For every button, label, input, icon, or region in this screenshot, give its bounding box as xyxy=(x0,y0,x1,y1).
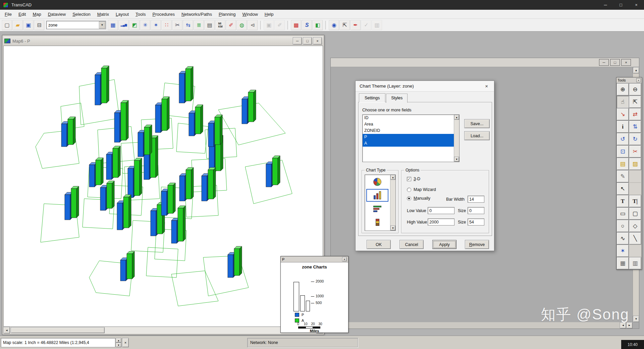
zoom-in-tool[interactable]: ⊕ xyxy=(616,83,629,96)
chart-type-list[interactable]: ▲ ▼ xyxy=(365,174,396,231)
high-size-field[interactable] xyxy=(468,218,484,226)
text-cursor-tool[interactable]: T| xyxy=(629,195,641,207)
minimize-icon[interactable]: ─ xyxy=(293,37,302,45)
map-wizard-radio[interactable] xyxy=(407,188,411,192)
menu-networks-paths[interactable]: Networks/Paths xyxy=(178,10,215,18)
chart-type-hbar[interactable] xyxy=(366,202,388,215)
low-value-field[interactable] xyxy=(428,207,454,214)
save-button[interactable]: Save... xyxy=(464,119,490,128)
menu-dataview[interactable]: Dataview xyxy=(45,10,69,18)
map-horizontal-scrollbar[interactable]: ◄ ► xyxy=(3,327,323,334)
overlay-button[interactable]: ◩ xyxy=(129,20,140,30)
maximize-icon[interactable]: □ xyxy=(303,37,312,45)
scroll-down-icon[interactable]: ▼ xyxy=(454,157,459,162)
circle-tool[interactable]: ○ xyxy=(616,220,629,232)
scrollbar-thumb[interactable] xyxy=(11,327,105,333)
field-option-zoneid[interactable]: ZONEID xyxy=(363,128,454,134)
menu-planning[interactable]: Planning xyxy=(215,10,239,18)
chart-type-bar[interactable] xyxy=(366,189,388,202)
network-edit-button[interactable]: ✂ xyxy=(172,20,182,30)
pointer-grid-button[interactable]: ⇱ xyxy=(340,20,350,30)
chart-type-vbar[interactable] xyxy=(366,216,388,229)
dataview-button[interactable]: ▦ xyxy=(108,20,118,30)
pen-tool[interactable]: ✎ xyxy=(616,170,629,183)
chart-type-pie[interactable] xyxy=(366,176,388,188)
new-file-button[interactable]: ▢ xyxy=(2,20,12,30)
grid-tool[interactable]: ▦ xyxy=(616,257,629,269)
theme-bars-tool[interactable]: ▤ xyxy=(616,158,629,170)
tools-palette-titlebar[interactable]: Tools × xyxy=(616,78,642,83)
menu-help[interactable]: Help xyxy=(261,10,277,18)
menu-selection[interactable]: Selection xyxy=(69,10,94,18)
rectangle-tool[interactable]: ▭ xyxy=(616,207,629,220)
select-pointer-tool[interactable]: ↖ xyxy=(616,183,629,195)
apply-button[interactable]: Apply xyxy=(432,240,457,249)
close-icon[interactable]: × xyxy=(483,83,490,90)
field-option-area[interactable]: Area xyxy=(363,121,454,128)
menu-map[interactable]: Map xyxy=(29,10,44,18)
freehand-tool[interactable]: ∿ xyxy=(616,232,629,245)
tab-styles[interactable]: Styles xyxy=(386,94,408,103)
menu-matrix[interactable]: Matrix xyxy=(94,10,112,18)
close-icon[interactable]: × xyxy=(342,257,347,261)
scroll-down-icon[interactable]: ▼ xyxy=(633,316,639,322)
globe-chart-button[interactable]: ◉ xyxy=(329,20,339,30)
dropdown-icon[interactable]: ▼ xyxy=(99,21,105,29)
route-s-button[interactable]: S xyxy=(302,20,312,30)
manually-radio[interactable] xyxy=(407,196,411,201)
field-option-a[interactable]: A xyxy=(363,140,454,147)
layer-select[interactable]: zone▼ xyxy=(46,21,106,29)
rotate-cw-tool[interactable]: ↻ xyxy=(629,133,641,145)
layers-button[interactable]: ≣ xyxy=(194,20,204,30)
map-window-titlebar[interactable]: Map6 - P ─ □ × xyxy=(3,36,323,46)
scroll-up-icon[interactable]: ▲ xyxy=(454,115,459,120)
spin-up-icon[interactable]: ▲ xyxy=(116,338,121,343)
theme-grid-tool[interactable]: ▨ xyxy=(629,158,641,170)
maximize-icon[interactable]: □ xyxy=(613,0,629,10)
menu-layout[interactable]: Layout xyxy=(112,10,132,18)
load-button[interactable]: Load... xyxy=(464,131,490,140)
chart-button[interactable]: ▂▄▆ xyxy=(119,20,129,30)
zoom-out-tool[interactable]: ⊖ xyxy=(629,83,641,96)
close-icon[interactable]: × xyxy=(621,59,631,66)
save-button[interactable]: ▣ xyxy=(23,20,34,30)
swap-tool[interactable]: ⇄ xyxy=(629,108,641,120)
menu-edit[interactable]: Edit xyxy=(15,10,29,18)
color-grid-button[interactable]: ▩ xyxy=(291,20,301,30)
field-option-id[interactable]: ID xyxy=(363,115,454,121)
field-option-p[interactable]: P xyxy=(363,134,454,140)
globe-button[interactable]: ◍ xyxy=(237,20,247,30)
rounded-rect-tool[interactable]: ▢ xyxy=(629,207,641,220)
line-tool[interactable]: ╲ xyxy=(629,232,641,245)
label-tag-button[interactable]: ⊲ xyxy=(248,20,258,30)
minimize-icon[interactable]: ─ xyxy=(599,59,609,66)
close-icon[interactable]: × xyxy=(629,0,644,10)
palette-button[interactable]: ◧ xyxy=(313,20,323,30)
menu-window[interactable]: Window xyxy=(239,10,261,18)
remove-button[interactable]: Remove xyxy=(465,240,489,249)
pan-tool[interactable]: ☝ xyxy=(616,96,629,108)
listbox-scrollbar[interactable]: ▲ ▼ xyxy=(454,115,459,162)
menu-tools[interactable]: Tools xyxy=(132,10,149,18)
chart-type-scrollbar[interactable]: ▲ ▼ xyxy=(390,175,395,231)
maximize-icon[interactable]: □ xyxy=(610,59,620,66)
rotate-ccw-tool[interactable]: ↺ xyxy=(616,133,629,145)
cut-tool[interactable]: ✂ xyxy=(629,145,641,158)
dialog-titlebar[interactable]: Chart Theme (Layer: zone) × xyxy=(356,81,494,92)
cancel-button[interactable]: Cancel xyxy=(399,240,424,249)
menu-procedures[interactable]: Procedures xyxy=(149,10,178,18)
spin-down-icon[interactable]: ▼ xyxy=(116,343,121,347)
brush-button[interactable]: ✒ xyxy=(351,20,361,30)
scatter-theme-button[interactable]: ∷ xyxy=(162,20,172,30)
tab-settings[interactable]: Settings xyxy=(359,93,385,102)
legend-titlebar[interactable]: P × xyxy=(281,256,348,262)
shortest-path-button[interactable]: ⇆ xyxy=(183,20,193,30)
threed-checkbox[interactable]: ✓ xyxy=(407,177,411,181)
layers-tool[interactable]: ▥ xyxy=(629,257,641,269)
polygon-tool[interactable]: ◇ xyxy=(629,220,641,232)
scroll-down-icon[interactable]: ▼ xyxy=(390,226,395,231)
close-icon[interactable]: × xyxy=(313,37,322,45)
low-size-field[interactable] xyxy=(468,207,484,214)
menu-file[interactable]: File xyxy=(1,10,15,18)
scroll-up-icon[interactable]: ▲ xyxy=(633,67,639,73)
